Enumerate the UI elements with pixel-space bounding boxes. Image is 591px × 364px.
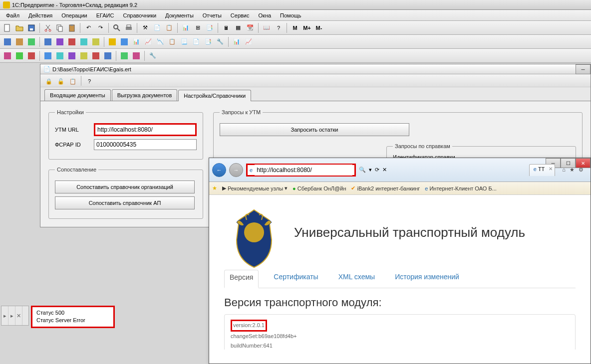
tool-icon[interactable]: 📃 [179,36,190,47]
tool-icon[interactable]: 🔓 [55,76,66,87]
tab-incoming[interactable]: Входящие документы [44,89,111,101]
new-doc-icon[interactable] [2,22,13,33]
strip-btn[interactable]: ✕ [15,306,22,325]
open-icon[interactable] [14,22,25,33]
save-icon[interactable] [26,22,37,33]
tool-icon[interactable] [42,50,53,61]
tool-icon[interactable] [66,50,77,61]
menu-documents[interactable]: Документы [161,11,198,19]
m-plus-btn[interactable]: M+ [301,22,312,33]
utm-url-input[interactable] [95,125,195,135]
tool-icon[interactable] [66,36,77,47]
tool-icon[interactable] [90,36,101,47]
tool-icon[interactable]: ⊞ [192,22,203,33]
tool-icon[interactable] [2,50,13,61]
tool-icon[interactable]: ▦ [233,22,244,33]
menu-catalogs[interactable]: Справочники [119,11,160,19]
redo-icon[interactable]: ↷ [95,22,106,33]
tab-export[interactable]: Выгрузка документов [112,89,178,101]
tool-icon[interactable]: 📄 [152,22,163,33]
fav-ibank[interactable]: ✔iBank2 интернет-банкинг [351,185,420,191]
m-btn[interactable]: M [290,22,300,33]
tool-icon[interactable]: 📉 [155,36,166,47]
stop-icon[interactable]: ✕ [382,167,387,173]
paste-icon[interactable] [66,22,77,33]
strip-btn[interactable]: ▸ [8,306,15,325]
help-icon[interactable]: ? [84,76,95,87]
tool-icon[interactable] [102,50,113,61]
tool-icon[interactable] [54,50,65,61]
fsrar-input[interactable] [94,139,197,150]
fav-suggested[interactable]: ▶ Рекомендуемые узлы ▾ [222,185,288,191]
tool-icon[interactable] [42,36,53,47]
tool-icon[interactable]: 📊 [180,22,191,33]
url-input[interactable] [255,165,352,176]
fav-star-icon[interactable]: ★ [212,185,217,191]
tool-icon[interactable]: 🔧 [147,50,158,61]
tool-icon[interactable] [14,50,25,61]
tool-icon[interactable] [78,50,89,61]
tool-icon[interactable]: 📈 [243,36,254,47]
url-bar[interactable]: e [246,164,356,177]
tab-close-icon[interactable]: ✕ [549,166,553,172]
tool-icon[interactable] [78,36,89,47]
search-icon[interactable]: 🔍 [359,167,366,173]
tool-icon[interactable]: 📊 [131,36,142,47]
tool-icon[interactable] [131,50,142,61]
tool-icon[interactable] [14,36,25,47]
menu-service[interactable]: Сервис [227,11,254,19]
m-minus-btn[interactable]: M- [313,22,324,33]
strip-btn[interactable]: ▸ [1,306,8,325]
tool-icon[interactable]: 🔧 [215,36,226,47]
menu-egais[interactable]: ЕГАИС [92,11,118,19]
tool-icon[interactable]: 📋 [167,36,178,47]
fav-bank[interactable]: eИнтернет-Клиент ОАО Б... [425,185,496,191]
compare-org-button[interactable]: Сопоставить справочник организаций [55,181,195,193]
utm-tab-version[interactable]: Версия [224,270,259,288]
tool-icon[interactable]: 📑 [204,22,215,33]
tool-icon[interactable]: 📑 [203,36,214,47]
find-icon[interactable] [111,22,122,33]
tool-icon[interactable]: 📄 [191,36,202,47]
tab-settings[interactable]: Настройка/Справочники [178,90,251,101]
tool-icon[interactable] [26,50,37,61]
tool-icon[interactable] [2,36,13,47]
calc-icon[interactable]: 🖩 [221,22,232,33]
ie-max-icon[interactable]: ☐ [561,158,576,168]
fav-sberbank[interactable]: ●Сбербанк ОнЛ@йн [293,185,346,191]
print-icon[interactable] [123,22,134,33]
tool-icon[interactable]: 📈 [143,36,154,47]
menu-operations[interactable]: Операции [57,11,91,19]
tool-icon[interactable]: 📆 [245,22,256,33]
request-stock-button[interactable]: Запросить остатки [220,123,409,136]
tool-icon[interactable]: 📋 [164,22,175,33]
tool-icon[interactable] [119,36,130,47]
forward-icon[interactable]: → [229,163,243,177]
cut-icon[interactable] [42,22,53,33]
compare-ap-button[interactable]: Сопоставить справочник АП [55,196,195,209]
utm-tab-certs[interactable]: Сертификаты [269,270,323,284]
undo-icon[interactable]: ↶ [83,22,94,33]
utm-tab-xml[interactable]: XML схемы [333,270,380,284]
copy-icon[interactable] [54,22,65,33]
menu-file[interactable]: Файл [2,11,23,19]
ie-close-icon[interactable]: ✕ [576,158,591,168]
tool-icon[interactable]: ⚒ [140,22,151,33]
tool-icon[interactable] [26,36,37,47]
menu-actions[interactable]: Действия [24,11,56,19]
back-icon[interactable]: ← [212,163,226,177]
tool-icon[interactable]: 📊 [231,36,242,47]
help-icon[interactable]: ? [273,22,284,33]
menu-help[interactable]: Помощь [276,11,305,19]
doc-min-icon[interactable]: ─ [576,64,591,74]
book-icon[interactable]: 📖 [261,22,272,33]
tool-icon[interactable] [54,36,65,47]
tool-icon[interactable] [107,36,118,47]
tool-icon[interactable] [90,50,101,61]
refresh-icon[interactable]: ⟳ [375,167,379,173]
menu-reports[interactable]: Отчеты [199,11,226,19]
tool-icon[interactable]: 📋 [67,76,78,87]
menu-windows[interactable]: Окна [255,11,276,19]
browser-tab[interactable]: e ТТ ✕ [529,164,556,176]
utm-tab-history[interactable]: История изменений [390,270,464,284]
